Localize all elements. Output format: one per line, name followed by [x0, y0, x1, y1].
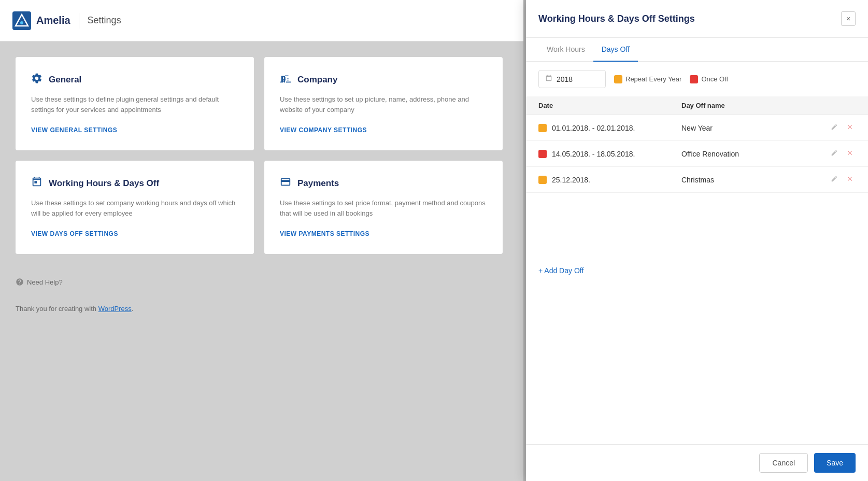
- company-card-link[interactable]: VIEW COMPANY SETTINGS: [280, 126, 367, 134]
- year-value: 2018: [557, 75, 573, 83]
- legend-once-off: Once Off: [690, 75, 728, 83]
- payments-card-header: Payments: [280, 176, 487, 191]
- row2-edit-button[interactable]: [829, 148, 840, 159]
- once-off-color-dot: [690, 75, 698, 83]
- gear-icon: [31, 73, 42, 87]
- repeat-label: Repeat Every Year: [625, 75, 681, 83]
- row1-actions: [824, 122, 856, 133]
- row3-actions: [824, 174, 856, 185]
- row2-actions: [824, 148, 856, 159]
- days-off-table: Date Day Off name 01.01.2018. - 02.01.20…: [526, 96, 868, 258]
- tabs-container: Work Hours Days Off: [526, 38, 868, 62]
- tab-days-off[interactable]: Days Off: [593, 38, 638, 62]
- company-card-title: Company: [297, 75, 337, 85]
- row1-date: 01.01.2018. - 02.01.2018.: [552, 124, 635, 132]
- row3-name: Christmas: [681, 176, 824, 184]
- date-cell-2: 14.05.2018. - 18.05.2018.: [538, 150, 681, 158]
- payments-card-desc: Use these settings to set price format, …: [280, 198, 487, 218]
- working-hours-card-title: Working Hours & Days Off: [49, 178, 159, 189]
- add-day-off-button[interactable]: + Add Day Off: [538, 266, 856, 275]
- table-header: Date Day Off name: [526, 96, 868, 115]
- row2-color-dot: [538, 150, 547, 158]
- modal-footer: Cancel Save: [526, 444, 868, 481]
- tab-work-hours[interactable]: Work Hours: [538, 38, 593, 62]
- general-card-desc: Use these settings to define plugin gene…: [31, 94, 238, 115]
- footer-text: Thank you for creating with: [16, 305, 98, 313]
- company-card: Company Use these settings to set up pic…: [264, 57, 503, 150]
- cancel-button[interactable]: Cancel: [759, 453, 808, 473]
- header-divider: [79, 13, 79, 29]
- need-help: Need Help?: [0, 270, 523, 294]
- row2-date: 14.05.2018. - 18.05.2018.: [552, 150, 635, 158]
- actions-column-header: [824, 102, 856, 109]
- date-column-header: Date: [538, 102, 681, 109]
- top-bar: Amelia Settings: [0, 0, 523, 41]
- general-card-title: General: [49, 75, 81, 85]
- company-card-header: Company: [280, 73, 487, 87]
- save-button[interactable]: Save: [814, 453, 856, 473]
- table-row: 14.05.2018. - 18.05.2018. Office Renovat…: [526, 141, 868, 167]
- building-icon: [280, 73, 291, 87]
- payments-card-title: Payments: [297, 178, 339, 189]
- page-title: Settings: [88, 15, 121, 26]
- row1-color-dot: [538, 124, 547, 132]
- row3-delete-button[interactable]: [844, 174, 856, 185]
- page-footer: Thank you for creating with WordPress.: [0, 294, 523, 323]
- table-row: 01.01.2018. - 02.01.2018. New Year: [526, 115, 868, 141]
- row2-name: Office Renovation: [681, 150, 824, 158]
- date-cell-3: 25.12.2018.: [538, 176, 681, 184]
- modal-panel: Working Hours & Days Off Settings × Work…: [526, 0, 868, 481]
- filter-row: 2018 Repeat Every Year Once Off: [526, 62, 868, 96]
- once-off-label: Once Off: [701, 75, 728, 83]
- working-hours-card-desc: Use these settings to set company workin…: [31, 198, 238, 218]
- name-column-header: Day Off name: [681, 102, 824, 109]
- row3-date: 25.12.2018.: [552, 176, 590, 184]
- row1-name: New Year: [681, 124, 824, 132]
- close-button[interactable]: ×: [841, 11, 856, 26]
- modal-header: Working Hours & Days Off Settings ×: [526, 0, 868, 38]
- general-card-link[interactable]: VIEW GENERAL SETTINGS: [31, 126, 117, 134]
- logo-area: Amelia: [12, 11, 70, 30]
- repeat-color-dot: [614, 75, 622, 83]
- general-card: General Use these settings to define plu…: [16, 57, 254, 150]
- working-hours-card: Working Hours & Days Off Use these setti…: [16, 161, 254, 254]
- svg-point-2: [20, 21, 23, 24]
- row1-delete-button[interactable]: [844, 122, 856, 133]
- year-selector[interactable]: 2018: [538, 70, 606, 88]
- working-hours-card-link[interactable]: VIEW DAYS OFF SETTINGS: [31, 230, 118, 237]
- credit-card-icon: [280, 176, 291, 191]
- amelia-logo-icon: [12, 11, 31, 30]
- general-card-header: General: [31, 73, 238, 87]
- row3-color-dot: [538, 176, 547, 184]
- date-cell-1: 01.01.2018. - 02.01.2018.: [538, 124, 681, 132]
- working-hours-card-header: Working Hours & Days Off: [31, 176, 238, 191]
- modal-spacer: [526, 283, 868, 445]
- table-row: 25.12.2018. Christmas: [526, 167, 868, 193]
- payments-card: Payments Use these settings to set price…: [264, 161, 503, 254]
- calendar-icon: [31, 176, 42, 191]
- payments-card-link[interactable]: VIEW PAYMENTS SETTINGS: [280, 230, 369, 237]
- wordpress-link[interactable]: WordPress: [98, 305, 132, 313]
- modal-title: Working Hours & Days Off Settings: [538, 13, 695, 24]
- help-icon: [16, 278, 24, 286]
- add-day-off-section: + Add Day Off: [526, 258, 868, 283]
- company-card-desc: Use these settings to set up picture, na…: [280, 94, 487, 115]
- app-name: Amelia: [36, 15, 70, 26]
- row2-delete-button[interactable]: [844, 148, 856, 159]
- row1-edit-button[interactable]: [829, 122, 840, 133]
- settings-grid: General Use these settings to define plu…: [0, 41, 518, 270]
- need-help-text: Need Help?: [27, 278, 63, 286]
- row3-edit-button[interactable]: [829, 174, 840, 185]
- calendar-small-icon: [545, 75, 552, 83]
- legend-repeat: Repeat Every Year: [614, 75, 681, 83]
